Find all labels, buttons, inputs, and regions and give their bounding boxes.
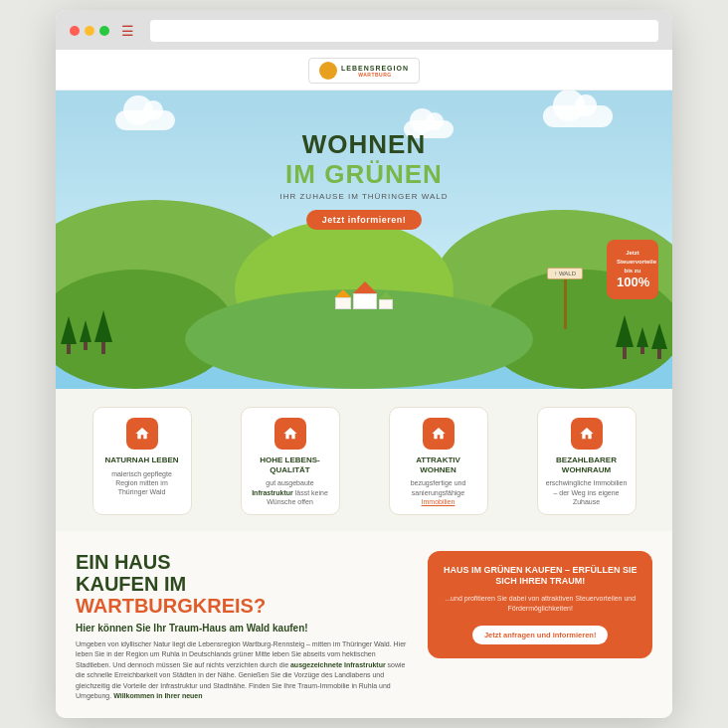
house-group	[335, 281, 393, 309]
house-small-1	[335, 289, 351, 309]
cta-title: HAUS IM GRÜNEN KAUFEN – ERFÜLLEN SIE SIC…	[440, 565, 640, 588]
hero-subtitle: IHR ZUHAUSE IM THÜRINGER WALD	[56, 192, 672, 201]
logo-text: LEBENSREGION	[341, 65, 409, 72]
hero-content: WOHNEN IM GRÜNEN IHR ZUHAUSE IM THÜRINGE…	[56, 130, 672, 230]
dot-red[interactable]	[70, 26, 80, 36]
website-content: LEBENSREGION WARTBURG	[56, 50, 672, 717]
feature-icon-3	[423, 418, 455, 450]
features-strip: NATURNAH LEBEN malerisch gepflegte Regio…	[56, 389, 672, 530]
logo-icon	[319, 62, 337, 80]
tree	[616, 315, 634, 359]
house-medium	[353, 281, 377, 309]
signpost-pole	[564, 279, 567, 329]
content-right: HAUS IM GRÜNEN KAUFEN – ERFÜLLEN SIE SIC…	[428, 551, 652, 702]
hero-title-line1: WOHNEN	[56, 130, 672, 159]
content-left: EIN HAUS KAUFEN IM WARTBURGKREIS? Hier k…	[76, 551, 412, 702]
cloud-3	[543, 105, 613, 127]
tree	[637, 327, 648, 354]
feature-icon-1	[126, 418, 158, 450]
tree	[94, 310, 112, 354]
feature-card-3: ATTRAKTIV WOHNEN bezugsfertige und sanie…	[389, 407, 488, 514]
house-small-2	[379, 291, 393, 309]
section-title-line3: WARTBURGKREIS?	[76, 595, 412, 617]
feature-desc-4: erschwingliche Immobilien – der Weg ins …	[546, 478, 628, 505]
houses-illustration	[335, 281, 393, 309]
feature-icon-2	[274, 418, 306, 450]
dot-yellow[interactable]	[85, 26, 94, 36]
cta-box: HAUS IM GRÜNEN KAUFEN – ERFÜLLEN SIE SIC…	[428, 551, 652, 658]
feature-title-4: BEZAHLBARER WOHNRAUM	[546, 455, 628, 474]
browser-window: ☰ LEBENSREGION WARTBURG	[56, 10, 672, 717]
feature-card-1: NATURNAH LEBEN malerisch gepflegte Regio…	[92, 407, 192, 514]
cta-button[interactable]: Jetzt anfragen und informieren!	[472, 626, 609, 644]
section-subtitle: Hier können Sie Ihr Traum-Haus am Wald k…	[76, 623, 412, 634]
feature-title-2: HOHE LEBENS-QUALITÄT	[250, 455, 331, 474]
trees-right	[616, 315, 667, 359]
feature-title-3: ATTRAKTIV WOHNEN	[398, 455, 479, 474]
hero-cta-button[interactable]: Jetzt informieren!	[306, 210, 423, 230]
menu-icon[interactable]: ☰	[121, 23, 134, 39]
feature-card-4: BEZAHLBARER WOHNRAUM erschwingliche Immo…	[537, 407, 637, 514]
logo-bar: LEBENSREGION WARTBURG	[56, 50, 672, 91]
feature-title-1: NATURNAH LEBEN	[101, 455, 183, 465]
feature-desc-2: gut ausgebaute Infrastruktur lässt keine…	[250, 478, 331, 505]
section-title-line2: KAUFEN IM	[76, 573, 412, 595]
tree	[80, 320, 91, 350]
content-section: EIN HAUS KAUFEN IM WARTBURGKREIS? Hier k…	[56, 531, 672, 718]
logo-badge: LEBENSREGION WARTBURG	[308, 58, 420, 84]
browser-chrome: ☰	[56, 10, 672, 50]
feature-card-2: HOHE LEBENS-QUALITÄT gut ausgebaute Infr…	[241, 407, 340, 514]
badge-percent: 100%	[617, 274, 648, 291]
browser-dots	[70, 26, 109, 36]
tree	[61, 316, 77, 354]
cta-desc: ...und profitieren Sie dabei von attrakt…	[440, 594, 640, 614]
feature-desc-3: bezugsfertige und sanierungsfähige Immob…	[398, 478, 479, 505]
section-title-line1: EIN HAUS	[76, 551, 412, 573]
url-bar[interactable]	[150, 20, 658, 42]
dot-green[interactable]	[99, 26, 109, 36]
logo-subtext: WARTBURG	[341, 72, 409, 78]
section-body: Umgeben von idyllischer Natur liegt die …	[76, 639, 412, 702]
hero-title-line2: IM GRÜNEN	[56, 159, 672, 190]
feature-desc-1: malerisch gepflegte Region mitten im Thü…	[101, 469, 183, 496]
cloud-1	[115, 110, 175, 130]
hero-section: ↑ WALD WOHNEN IM GRÜNEN IHR ZUHAUSE IM T…	[56, 91, 672, 389]
promo-badge: JetztSteuervorteilebis zu 100%	[607, 240, 658, 299]
signpost-arm: ↑ WALD	[547, 268, 583, 279]
tree	[651, 323, 667, 359]
feature-icon-4	[571, 418, 603, 450]
badge-label: JetztSteuervorteilebis zu	[617, 250, 656, 273]
feature-link-3[interactable]: Immobilien	[422, 498, 455, 505]
trees-left	[61, 310, 112, 354]
signpost: ↑ WALD	[547, 268, 583, 329]
